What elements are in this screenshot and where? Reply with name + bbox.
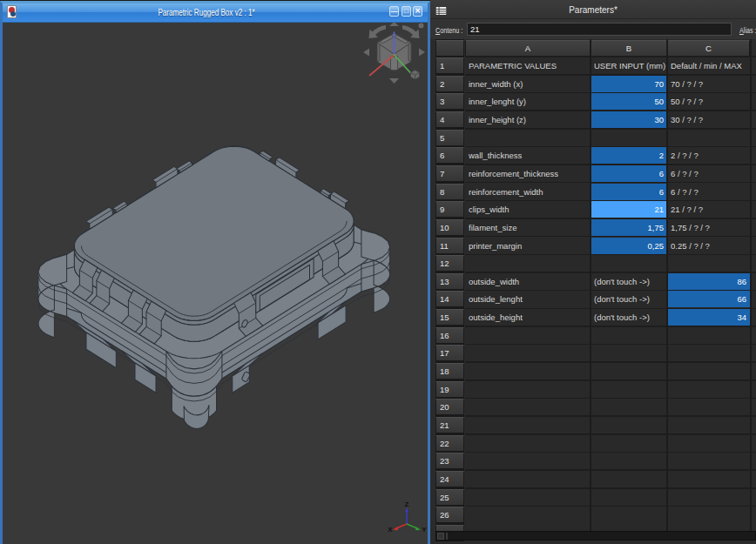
svg-text:X: X [388,526,393,534]
svg-text:Z: Z [405,500,409,508]
svg-text:Y: Y [422,526,427,534]
